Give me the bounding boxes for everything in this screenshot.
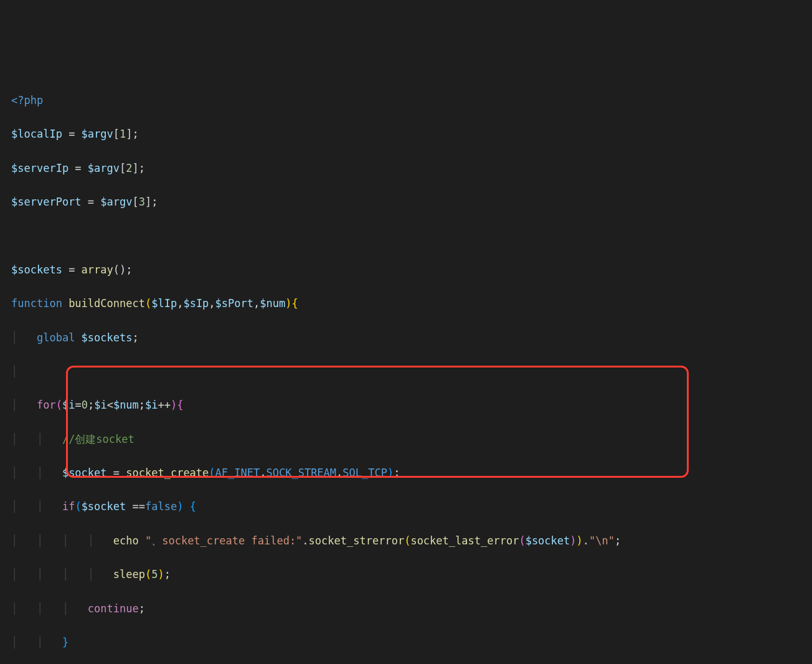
code-line: function buildConnect($lIp,$sIp,$sPort,$… <box>11 295 801 312</box>
code-line: $localIp = $argv[1]; <box>11 126 801 143</box>
code-line: $serverIp = $argv[2]; <box>11 160 801 177</box>
code-line: │ global $sockets; <box>11 330 801 346</box>
code-line: │ │ │ continue; <box>11 600 801 617</box>
code-line: │ for($i=0;$i<$num;$i++){ <box>11 397 801 414</box>
code-line: │ │ $socket = socket_create(AF_INET,SOCK… <box>11 465 801 481</box>
code-line: │ │ //创建socket <box>11 431 801 448</box>
code-line: <?php <box>11 92 801 109</box>
code-line: │ │ if($socket ==false) { <box>11 498 801 515</box>
code-line: │ │ } <box>11 634 801 651</box>
code-line: $sockets = array(); <box>11 262 801 278</box>
highlight-annotation <box>66 366 689 478</box>
code-line: │ │ │ │ sleep(5); <box>11 566 801 583</box>
code-line: │ <box>11 363 801 380</box>
php-open-tag: <?php <box>11 94 43 107</box>
code-line <box>11 227 801 244</box>
code-line: $serverPort = $argv[3]; <box>11 194 801 211</box>
code-editor[interactable]: <?php $localIp = $argv[1]; $serverIp = $… <box>11 75 801 664</box>
code-line: │ │ │ │ echo "、socket_create failed:".so… <box>11 533 801 549</box>
